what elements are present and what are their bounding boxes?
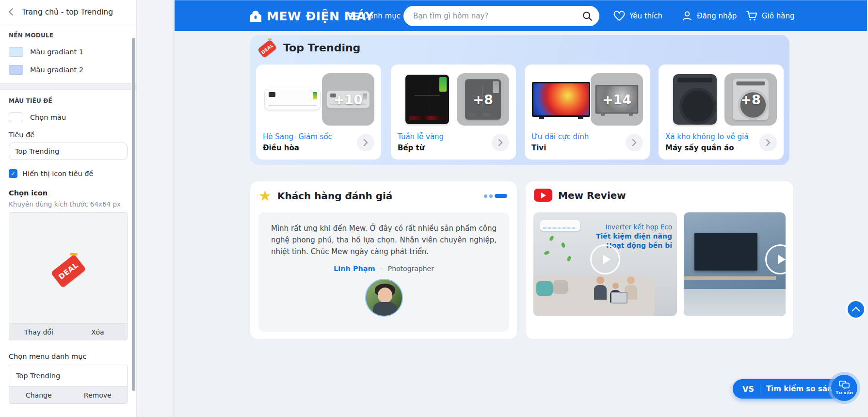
youtube-icon [534, 189, 552, 202]
tv-graphic [694, 233, 757, 271]
review-quote: Mình rất ưng khi đến Mew. Ở đây có rất n… [271, 223, 497, 257]
shelf-graphic [684, 276, 776, 280]
sidebar-scrollbar[interactable] [132, 38, 135, 391]
choose-menu-label: Chọn menu danh mục [9, 353, 128, 360]
more-products-thumb[interactable]: +8 [724, 73, 777, 126]
air-conditioner-image [264, 89, 321, 110]
person-graphic [596, 276, 607, 300]
mew-review-title: Mew Review [558, 190, 626, 201]
search-input[interactable] [413, 12, 582, 20]
logo-home-icon [248, 9, 263, 23]
video-thumb-air-conditioner[interactable]: Inverter kết hợp Eco Tiết kiệm điện năng… [533, 212, 677, 316]
title-input[interactable] [9, 143, 128, 160]
icon-preview-box: DEAL Thay đổi Xóa [9, 212, 128, 340]
pick-color-label: Chọn màu [30, 113, 66, 121]
compare-label: Tìm kiếm so sánh [766, 385, 837, 393]
more-count-badge: +10 [334, 92, 363, 107]
chevron-right-icon [363, 139, 368, 146]
video-thumb-tv[interactable] [684, 212, 786, 316]
trending-card-may-say[interactable]: +8 Xả kho không lo về giá Máy sấy quần á… [659, 64, 784, 160]
card-arrow-button[interactable] [357, 134, 374, 151]
more-count-badge: +14 [602, 92, 631, 107]
card-title[interactable]: Tuần lễ vàng [398, 132, 444, 141]
pagination-dot[interactable] [489, 194, 493, 198]
section-divider [0, 83, 136, 90]
card-title[interactable]: Xả kho không lo về giá [665, 132, 748, 141]
hamburger-icon [349, 13, 359, 20]
login-button[interactable]: Đăng nhập [682, 1, 737, 31]
card-arrow-button[interactable] [492, 134, 509, 151]
menu-remove-button[interactable]: Remove [68, 386, 128, 403]
gradient2-row: Màu gradiant 2 [9, 65, 128, 75]
gradient1-label: Màu gradiant 1 [30, 48, 83, 56]
settings-sidebar: Trang chủ - top Trending NỀN MODULE Màu … [0, 0, 137, 417]
ac-unit-graphic [540, 220, 580, 231]
reviews-header: ★ Khách hàng đánh giá [258, 189, 507, 203]
review-author-role: Photographer [388, 265, 434, 273]
choose-icon-label: Chọn icon [9, 189, 128, 197]
chat-icon [839, 381, 850, 389]
review-author-row: Linh Phạm - Photographer [271, 265, 497, 273]
deal-tag-icon: DEAL [257, 39, 277, 58]
checkbox-checked-icon[interactable]: ✓ [9, 169, 17, 178]
more-products-thumb[interactable]: +10 [322, 73, 374, 126]
more-products-thumb[interactable]: +8 [457, 73, 509, 126]
pagination-dot[interactable] [484, 194, 487, 198]
menu-selected-value[interactable]: Top Trending [9, 365, 127, 386]
play-icon[interactable] [590, 244, 620, 274]
show-icon-checkbox-row[interactable]: ✓ Hiển thị icon tiêu đề [9, 169, 128, 178]
trending-header: DEAL Top Trending [259, 41, 360, 54]
reviews-pagination [484, 194, 507, 198]
title-field-label: Tiêu đề [9, 131, 128, 139]
sidebar-title: Trang chủ - top Trending [22, 8, 113, 16]
trending-title: Top Trending [283, 42, 360, 54]
consult-button[interactable]: Tư vấn [828, 372, 860, 404]
trending-card-tivi[interactable]: +14 Ưu đãi cực đỉnh Tivi [525, 64, 650, 160]
search-bar[interactable] [403, 6, 599, 26]
more-products-thumb[interactable]: +14 [591, 73, 643, 126]
induction-cooker-image [405, 75, 449, 124]
icon-actions-bar: Thay đổi Xóa [9, 323, 127, 340]
trending-card-dieu-hoa[interactable]: +10 Hè Sang- Giảm sốc Điều hòa [256, 64, 381, 160]
dryer-image [673, 74, 717, 125]
icon-size-hint: Khuyên dùng kích thước 64x64 px [9, 200, 128, 208]
wishlist-button[interactable]: Yêu thích [613, 1, 662, 31]
gradient2-swatch[interactable] [9, 65, 23, 75]
cart-button[interactable]: Giỏ hàng [746, 1, 794, 31]
vs-badge: VS [742, 385, 754, 394]
card-arrow-button[interactable] [626, 134, 643, 151]
more-count-badge: +8 [473, 92, 493, 107]
wishlist-label: Yêu thích [629, 12, 662, 20]
search-icon[interactable] [582, 11, 593, 21]
card-subtitle: Máy sấy quần áo [665, 144, 748, 152]
card-title[interactable]: Hè Sang- Giảm sốc [263, 132, 332, 141]
title-color-swatch[interactable] [9, 112, 23, 122]
play-icon[interactable] [765, 244, 786, 274]
menu-select-box: Top Trending Change Remove [9, 365, 128, 404]
card-subtitle: Tivi [531, 144, 589, 152]
scroll-to-top-button[interactable] [846, 300, 866, 319]
category-menu-button[interactable]: Danh mục [349, 1, 401, 31]
chevron-right-icon [498, 139, 503, 146]
panel-gap [137, 0, 175, 417]
card-images: +8 [398, 71, 509, 128]
card-images: +10 [263, 71, 374, 128]
chevron-right-icon [632, 139, 637, 146]
icon-delete-button[interactable]: Xóa [68, 324, 128, 340]
card-title[interactable]: Ưu đãi cực đỉnh [531, 132, 589, 141]
gradient2-label: Màu gradiant 2 [30, 66, 83, 74]
card-images: +14 [531, 71, 643, 128]
gradient1-swatch[interactable] [9, 47, 23, 57]
module-background-section: NỀN MODULE Màu gradiant 1 Màu gradiant 2 [0, 24, 136, 75]
heart-icon [613, 11, 625, 21]
title-section-heading: MÀU TIÊU ĐỀ [9, 97, 128, 104]
icon-change-button[interactable]: Thay đổi [9, 324, 68, 340]
video-carousel: Inverter kết hợp Eco Tiết kiệm điện năng… [533, 212, 786, 316]
review-separator: - [380, 265, 383, 273]
review-author-name[interactable]: Linh Phạm [334, 265, 375, 273]
pagination-active-pill[interactable] [495, 194, 507, 198]
back-chevron-icon[interactable] [9, 8, 16, 16]
trending-card-bep-tu[interactable]: +8 Tuần lễ vàng Bếp từ [391, 64, 516, 160]
menu-change-button[interactable]: Change [9, 386, 68, 403]
card-arrow-button[interactable] [759, 134, 777, 151]
